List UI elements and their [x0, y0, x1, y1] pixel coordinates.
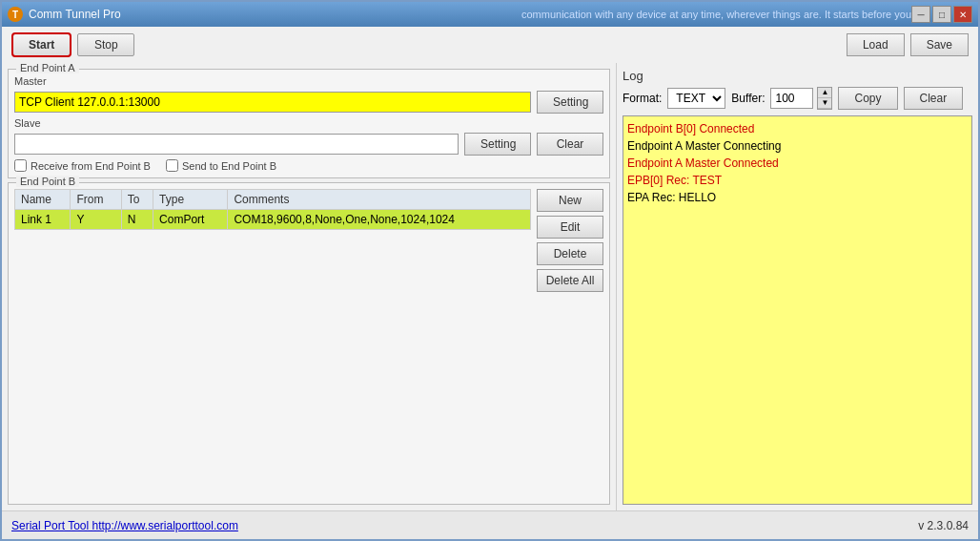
endpoint-b-label: End Point B — [16, 176, 79, 187]
col-comments: Comments — [228, 190, 531, 210]
endpoint-b-section: End Point B Name From To Type — [8, 182, 610, 505]
col-name: Name — [15, 190, 71, 210]
format-select[interactable]: TEXT HEX — [667, 88, 725, 109]
col-to: To — [121, 190, 153, 210]
send-checkbox[interactable] — [166, 159, 178, 172]
close-button[interactable]: ✕ — [953, 6, 972, 23]
slave-label: Slave — [14, 117, 603, 129]
window-subtitle: communication with any device at any tim… — [521, 9, 911, 20]
table-row[interactable]: Link 1YNComPortCOM18,9600,8,None,One,Non… — [15, 210, 531, 230]
slave-clear-button[interactable]: Clear — [537, 133, 603, 156]
log-toolbar: Format: TEXT HEX Buffer: ▲ ▼ Copy Clear — [623, 87, 972, 110]
main-window: T Comm Tunnel Pro communication with any… — [0, 0, 980, 541]
col-type: Type — [153, 190, 228, 210]
delete-button[interactable]: Delete — [537, 242, 603, 265]
copy-button[interactable]: Copy — [838, 87, 897, 110]
endpoint-a-label: End Point A — [16, 63, 79, 73]
app-icon: T — [8, 7, 23, 22]
edit-button[interactable]: Edit — [537, 216, 603, 239]
master-input[interactable] — [14, 92, 531, 113]
save-button[interactable]: Save — [910, 33, 969, 56]
receive-checkbox-label: Receive from End Point B — [14, 159, 151, 172]
log-line: Endpoint A Master Connected — [627, 155, 968, 172]
delete-all-button[interactable]: Delete All — [537, 269, 603, 292]
log-line: Endpoint A Master Connecting — [627, 137, 968, 155]
master-label: Master — [14, 75, 603, 87]
clear-button[interactable]: Clear — [904, 87, 964, 110]
log-line: EPB[0] Rec: TEST — [627, 172, 968, 189]
epb-button-panel: New Edit Delete Delete All — [537, 189, 603, 498]
endpoint-a-section: End Point A Master Setting Slave Setting… — [8, 69, 610, 178]
maximize-button[interactable]: □ — [932, 6, 951, 23]
load-button[interactable]: Load — [847, 33, 905, 56]
footer-link[interactable]: Serial Port Tool http://www.serialportto… — [11, 519, 238, 532]
buffer-spinner: ▲ ▼ — [817, 87, 832, 110]
epb-table-wrapper: Name From To Type Comments Link 1YNComPo… — [14, 189, 531, 498]
spinner-up-button[interactable]: ▲ — [818, 88, 831, 98]
minimize-button[interactable]: ─ — [911, 6, 930, 23]
spinner-down-button[interactable]: ▼ — [818, 98, 831, 109]
format-label: Format: — [623, 92, 662, 105]
col-from: From — [71, 190, 121, 210]
buffer-label: Buffer: — [731, 92, 765, 105]
footer-version: v 2.3.0.84 — [918, 519, 969, 532]
main-toolbar: Start Stop Load Save — [2, 27, 978, 63]
stop-button[interactable]: Stop — [77, 33, 134, 56]
title-bar: T Comm Tunnel Pro communication with any… — [2, 2, 978, 27]
send-checkbox-label: Send to End Point B — [166, 159, 276, 172]
window-controls: ─ □ ✕ — [911, 6, 972, 23]
slave-setting-button[interactable]: Setting — [464, 133, 531, 156]
new-button[interactable]: New — [537, 189, 603, 212]
master-setting-button[interactable]: Setting — [537, 91, 603, 114]
epb-table: Name From To Type Comments Link 1YNComPo… — [14, 189, 531, 230]
log-title: Log — [623, 69, 972, 83]
start-button[interactable]: Start — [11, 32, 71, 57]
slave-input[interactable] — [14, 134, 459, 155]
buffer-input[interactable] — [770, 88, 813, 109]
window-title: Comm Tunnel Pro — [29, 8, 514, 21]
footer: Serial Port Tool http://www.serialportto… — [2, 510, 978, 539]
log-area: Endpoint B[0] ConnectedEndpoint A Master… — [623, 115, 972, 505]
receive-checkbox[interactable] — [14, 159, 27, 172]
log-line: Endpoint B[0] Connected — [627, 120, 968, 137]
log-panel: Log Format: TEXT HEX Buffer: ▲ ▼ Copy Cl… — [616, 63, 978, 510]
log-line: EPA Rec: HELLO — [627, 189, 968, 206]
